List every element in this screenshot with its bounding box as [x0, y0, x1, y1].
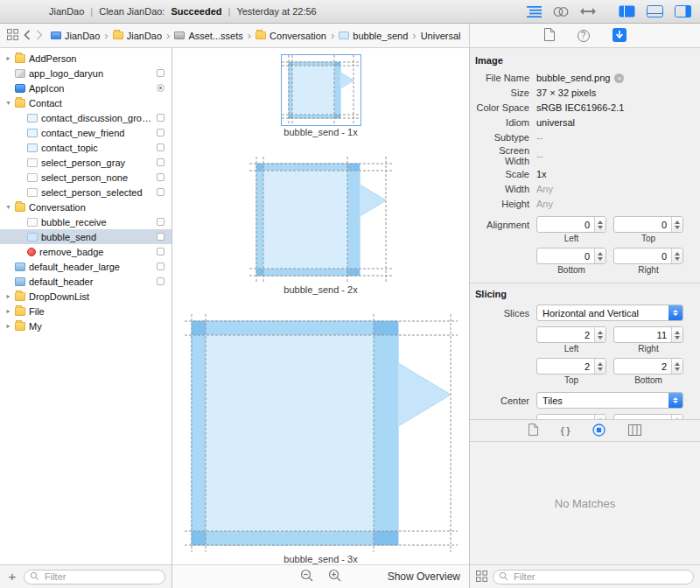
- breadcrumb-item[interactable]: Universal 1x: [421, 31, 462, 41]
- navigator-item-select_person_selected[interactable]: select_person_selected: [0, 185, 172, 200]
- attributes-inspector-tab[interactable]: [612, 28, 626, 44]
- bubble-2x-image[interactable]: [249, 157, 393, 283]
- slice-right-field[interactable]: 11: [613, 326, 683, 343]
- slice-top-field[interactable]: 2: [536, 358, 606, 374]
- stepper-control[interactable]: [671, 359, 682, 374]
- navigator-item-contact_new_friend[interactable]: contact_new_friend: [0, 125, 172, 140]
- navigator-filter-field[interactable]: [24, 570, 165, 584]
- stepper-control[interactable]: [671, 248, 682, 263]
- library-grid-icon[interactable]: [476, 570, 487, 584]
- breadcrumb-item[interactable]: Asset...ssets: [174, 31, 242, 41]
- back-chevron-icon[interactable]: [24, 30, 31, 42]
- alignment-top-field[interactable]: 0: [613, 216, 683, 233]
- navigator-item-default_header_large[interactable]: default_header_large: [0, 259, 172, 274]
- alignment-left-field[interactable]: 0: [536, 216, 606, 233]
- add-asset-button[interactable]: +: [6, 570, 18, 583]
- stepper-up-icon[interactable]: [598, 362, 603, 366]
- navigator-item-AddPerson[interactable]: ▸AddPerson: [0, 51, 172, 66]
- selection-checkbox[interactable]: [157, 129, 164, 136]
- forward-chevron-icon[interactable]: [36, 30, 43, 42]
- debug-panel-toggle[interactable]: [647, 5, 663, 18]
- slice-left-field[interactable]: 2: [536, 326, 606, 343]
- standard-editor-icon[interactable]: [527, 6, 542, 18]
- bubble-1x-image[interactable]: [282, 55, 360, 125]
- bubble-slice-preview[interactable]: [282, 55, 360, 125]
- stepper-up-icon[interactable]: [598, 220, 603, 224]
- file-inspector-tab[interactable]: [544, 28, 555, 43]
- assistant-editor-icon[interactable]: [553, 6, 569, 18]
- navigator-item-app_logo_daryun[interactable]: app_logo_daryun: [0, 66, 172, 80]
- selection-checkbox[interactable]: [157, 69, 164, 77]
- preview-3x[interactable]: bubble_send - 3x: [185, 314, 458, 564]
- selection-checkbox[interactable]: [157, 277, 164, 285]
- navigator-item-remove_badge[interactable]: remove_badge: [0, 244, 172, 259]
- code-snippet-library-tab[interactable]: { }: [561, 426, 570, 436]
- show-overview-button[interactable]: Show Overview: [388, 570, 460, 583]
- stepper-up-icon[interactable]: [675, 331, 680, 334]
- slices-popup[interactable]: Horizontal and Vertical: [536, 304, 683, 321]
- stepper-up-icon[interactable]: [675, 362, 680, 366]
- stepper-up-icon[interactable]: [675, 220, 680, 224]
- stepper-down-icon[interactable]: [598, 336, 603, 340]
- alignment-right-field[interactable]: 0: [613, 248, 683, 264]
- disclosure-triangle-icon[interactable]: ▸: [4, 54, 13, 62]
- navigator-item-Conversation[interactable]: ▾Conversation: [0, 200, 172, 214]
- navigator-item-My[interactable]: ▸My: [0, 318, 172, 333]
- bubble-3x-image[interactable]: [185, 314, 458, 552]
- bubble-slice-preview[interactable]: [249, 157, 393, 283]
- navigator-panel-toggle[interactable]: [619, 5, 635, 18]
- library-filter-field[interactable]: [493, 570, 694, 584]
- stepper-control[interactable]: [594, 359, 606, 374]
- navigator-item-bubble_send[interactable]: bubble_send: [0, 229, 172, 244]
- selection-checkbox[interactable]: [157, 218, 164, 226]
- stepper-control[interactable]: [594, 217, 606, 232]
- stepper-down-icon[interactable]: [675, 368, 680, 371]
- preview-1x[interactable]: bubble_send - 1x: [282, 55, 360, 137]
- selection-checkbox[interactable]: [157, 248, 164, 256]
- disclosure-triangle-icon[interactable]: ▾: [4, 203, 13, 211]
- stepper-up-icon[interactable]: [598, 331, 603, 334]
- navigator-item-File[interactable]: ▸File: [0, 304, 172, 318]
- navigator-item-Contact[interactable]: ▾Contact: [0, 95, 172, 110]
- stepper-control[interactable]: [594, 327, 606, 342]
- disclosure-triangle-icon[interactable]: ▾: [4, 99, 13, 107]
- stepper-down-icon[interactable]: [598, 226, 603, 229]
- navigator-item-contact_discussion_group[interactable]: contact_discussion_group: [0, 110, 172, 125]
- file-template-library-tab[interactable]: [528, 424, 538, 438]
- disclosure-triangle-icon[interactable]: ▸: [4, 322, 13, 330]
- selection-checkbox[interactable]: [157, 114, 164, 122]
- library-filter-input[interactable]: [512, 570, 688, 583]
- stepper-control[interactable]: [671, 217, 682, 232]
- breadcrumb-item[interactable]: JianDao: [51, 31, 100, 41]
- center-popup[interactable]: Tiles: [536, 392, 683, 409]
- related-items-icon[interactable]: [7, 29, 18, 42]
- disclosure-triangle-icon[interactable]: ▸: [4, 292, 13, 300]
- object-library-tab[interactable]: [592, 424, 606, 438]
- clear-icon[interactable]: ×: [614, 74, 624, 83]
- breadcrumb-item[interactable]: Conversation: [256, 31, 326, 41]
- selection-checkbox[interactable]: [157, 262, 164, 270]
- preview-2x[interactable]: bubble_send - 2x: [249, 157, 393, 295]
- selection-circle[interactable]: [157, 84, 164, 92]
- stepper-control[interactable]: [671, 327, 682, 342]
- breadcrumb-item[interactable]: JianDao: [113, 31, 162, 41]
- version-editor-icon[interactable]: [580, 6, 596, 17]
- disclosure-triangle-icon[interactable]: ▸: [4, 307, 13, 315]
- stepper-up-icon[interactable]: [675, 252, 680, 256]
- stepper-down-icon[interactable]: [598, 257, 603, 261]
- slice-bottom-field[interactable]: 2: [613, 358, 683, 374]
- navigator-item-select_person_none[interactable]: select_person_none: [0, 170, 172, 185]
- zoom-out-icon[interactable]: [300, 569, 314, 584]
- stepper-down-icon[interactable]: [675, 257, 680, 261]
- navigator-item-default_header[interactable]: default_header: [0, 274, 172, 289]
- navigator-item-contact_topic[interactable]: contact_topic: [0, 140, 172, 155]
- stepper-control[interactable]: [594, 248, 606, 263]
- stepper-up-icon[interactable]: [598, 252, 603, 256]
- media-library-tab[interactable]: [628, 424, 641, 438]
- selection-checkbox[interactable]: [157, 144, 164, 151]
- alignment-bottom-field[interactable]: 0: [536, 248, 606, 264]
- zoom-in-icon[interactable]: [328, 569, 342, 584]
- selection-checkbox[interactable]: [157, 188, 164, 196]
- selection-checkbox[interactable]: [157, 173, 164, 181]
- bubble-slice-preview[interactable]: [185, 314, 458, 552]
